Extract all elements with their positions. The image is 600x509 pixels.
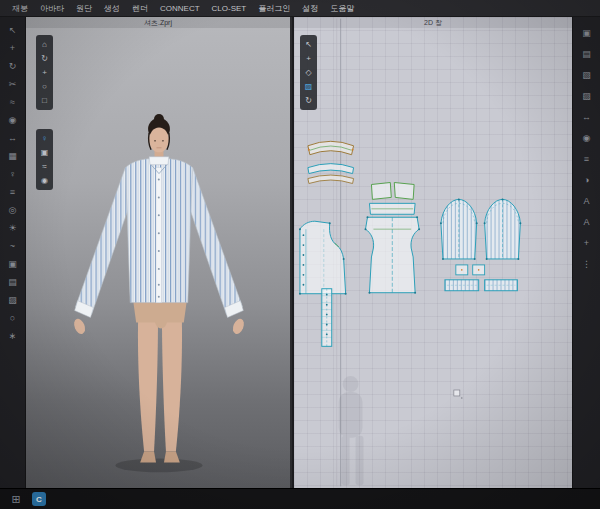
pattern-window-label: 2D 창 [424, 18, 442, 28]
pattern-cuffs[interactable] [445, 280, 517, 291]
avatar-head [148, 114, 170, 152]
annotation-a-icon[interactable]: A [578, 193, 596, 208]
pose-tool-icon[interactable]: ≡ [4, 184, 22, 199]
orbit-view-icon[interactable]: ↻ [38, 52, 51, 65]
clo-app-icon[interactable]: C [32, 492, 46, 506]
scene-panel-icon[interactable]: ▣ [578, 25, 596, 40]
menu-item[interactable]: 도움말 [324, 0, 360, 17]
fabric-tool-icon[interactable]: ▦ [4, 148, 22, 163]
show-3d-icon[interactable]: ▣ [4, 256, 22, 271]
color-panel-icon[interactable]: ◑ [578, 172, 596, 187]
zoom-in-icon[interactable]: + [578, 235, 596, 250]
pattern-yoke-pieces[interactable] [369, 183, 415, 215]
avatar-3d-render[interactable] [26, 17, 290, 488]
viewport-3d[interactable]: 셔츠.Zprj [26, 17, 292, 488]
viewport-2d[interactable]: 2D 창 [294, 17, 572, 488]
pattern-front-panel[interactable] [299, 221, 347, 294]
menu-item[interactable]: 재봉 [6, 0, 34, 17]
avatar-tool-icon[interactable]: ♀ [4, 166, 22, 181]
menu-item[interactable]: 아바타 [34, 0, 70, 17]
menu-item[interactable]: 생성 [98, 0, 126, 17]
menu-item[interactable]: 플러그인 [252, 0, 296, 17]
text-tool-icon[interactable]: A [578, 214, 596, 229]
zoom-tool-icon[interactable]: ○ [4, 310, 22, 325]
menu-item[interactable]: 설정 [296, 0, 324, 17]
menu-item[interactable]: CLO-SET [206, 0, 253, 17]
start-icon[interactable]: ⊞ [8, 491, 24, 507]
viewport-3d-header: 셔츠.Zprj [26, 17, 290, 28]
menu-item[interactable]: 원단 [70, 0, 98, 17]
layer-panel-icon[interactable]: ▧ [578, 67, 596, 82]
texture-panel-icon[interactable]: ▨ [578, 88, 596, 103]
toolbar-2d: ↖ + ◇ ▨ ↻ [300, 35, 317, 110]
move-tool-icon[interactable]: + [4, 40, 22, 55]
texture-icon[interactable]: ▨ [4, 292, 22, 307]
pattern-board[interactable] [294, 17, 572, 488]
display-toolbar-3d: ♀ ▣ ≈ ◉ [36, 129, 53, 190]
settings-tool-icon[interactable]: ∗ [4, 328, 22, 343]
pin-panel-icon[interactable]: ◉ [578, 130, 596, 145]
home-view-icon[interactable]: ⌂ [38, 38, 51, 51]
select-pattern-icon[interactable]: ↖ [302, 38, 315, 51]
left-toolbar: ↖ + ↻ ✂ ≈ ◉ ↔ ▦ ♀ ≡ ◎ ☀ ~ ▣ ▤ ▨ [0, 17, 26, 488]
project-tab-label[interactable]: 셔츠.Zprj [144, 18, 172, 28]
fabric-view-icon[interactable]: ▨ [302, 80, 315, 93]
right-toolbar: ▣ ▤ ▧ ▨ ↔ ◉ ≡ ◑ A A + ⋮ [572, 17, 600, 488]
floor-shadow [115, 458, 202, 472]
measure-tool-icon[interactable]: ↔ [4, 130, 22, 145]
menu-bar: 재봉 아바타 원단 생성 렌더 CONNECT CLO-SET 플러그인 설정 … [0, 0, 600, 17]
menu-item[interactable]: 렌더 [126, 0, 154, 17]
sewing-tool-icon[interactable]: ≈ [4, 94, 22, 109]
pan-view-icon[interactable]: + [38, 66, 51, 79]
sync-2d3d-icon[interactable]: ↻ [302, 94, 315, 107]
layers-icon[interactable]: ▤ [4, 274, 22, 289]
add-point-icon[interactable]: + [302, 52, 315, 65]
pattern-button-placket[interactable] [322, 289, 332, 347]
taskbar: ⊞ C [0, 488, 600, 509]
show-garment-icon[interactable]: ▣ [38, 146, 51, 159]
view-toolbar-3d: ⌂ ↻ + ○ □ [36, 35, 53, 110]
measure-panel-icon[interactable]: ↔ [578, 109, 596, 124]
pattern-sleeve-left[interactable] [440, 198, 478, 260]
garment-shirt[interactable] [75, 157, 244, 318]
pattern-sleeve-right[interactable] [484, 198, 522, 260]
zoom-view-icon[interactable]: ○ [38, 80, 51, 93]
pattern-back-panel[interactable] [364, 216, 420, 293]
avatar-silhouette-ghost [339, 376, 364, 485]
pattern-collar-band[interactable] [308, 141, 354, 154]
camera-tool-icon[interactable]: ◎ [4, 202, 22, 217]
fit-view-icon[interactable]: □ [38, 94, 51, 107]
pattern-collar-stand[interactable] [308, 164, 354, 184]
wind-tool-icon[interactable]: ~ [4, 238, 22, 253]
show-pins-icon[interactable]: ◉ [38, 174, 51, 187]
avatar-legs [138, 317, 182, 463]
pattern-sleeve-plackets[interactable] [456, 265, 485, 275]
select-tool-icon[interactable]: ↖ [4, 22, 22, 37]
viewport-2d-header: 2D 창 [294, 17, 572, 28]
show-avatar-icon[interactable]: ♀ [38, 132, 51, 145]
menu-item[interactable]: CONNECT [154, 0, 206, 17]
show-seams-icon[interactable]: ≈ [38, 160, 51, 173]
object-browser-icon[interactable]: ▤ [578, 46, 596, 61]
pin-tool-icon[interactable]: ◉ [4, 112, 22, 127]
light-tool-icon[interactable]: ☀ [4, 220, 22, 235]
more-options-icon[interactable]: ⋮ [578, 256, 596, 271]
rotate-tool-icon[interactable]: ↻ [4, 58, 22, 73]
list-panel-icon[interactable]: ≡ [578, 151, 596, 166]
edit-curve-icon[interactable]: ◇ [302, 66, 315, 79]
scissors-tool-icon[interactable]: ✂ [4, 76, 22, 91]
clo3d-window: 재봉 아바타 원단 생성 렌더 CONNECT CLO-SET 플러그인 설정 … [0, 0, 600, 509]
cursor-marker [454, 390, 463, 399]
